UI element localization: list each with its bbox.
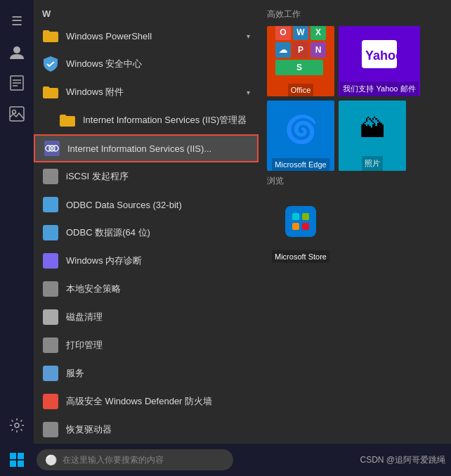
document-icon[interactable] (3, 69, 31, 97)
tile-label-office: Office (288, 84, 314, 96)
svg-rect-21 (43, 422, 58, 437)
taskbar: ⚪ 在这里输入你要搜索的内容 CSDN @追阿哥爱跳绳 (0, 444, 451, 476)
svg-rect-13 (43, 197, 58, 212)
svg-rect-28 (292, 223, 299, 230)
tile-label-yahoo-mail: 我们支持 Yahoo 邮件 (340, 82, 418, 96)
app-item-print-mgmt[interactable]: 打印管理 (34, 331, 259, 359)
tile-office[interactable]: O W X ☁ P N S Office (267, 26, 334, 96)
tiles-row: Microsoft Store (267, 193, 443, 263)
hamburger-menu-icon[interactable]: ☰ (3, 7, 31, 35)
svg-text:Yahoo!: Yahoo! (365, 49, 397, 63)
app-icon-adv-fw (42, 393, 59, 410)
app-name-iis-main: Internet Information Services (IIS)... (67, 143, 211, 154)
tile-store[interactable]: Microsoft Store (267, 193, 334, 263)
app-icon-disk-mgmt (42, 309, 59, 326)
app-item-local-security[interactable]: 本地安全策略 (34, 275, 259, 303)
svg-rect-14 (43, 225, 58, 240)
section-letter-w: W (34, 6, 259, 22)
app-name-local-security: 本地安全策略 (66, 283, 121, 295)
svg-rect-15 (43, 253, 58, 269)
taskbar-right-area: CSDN @追阿哥爱跳绳 (360, 454, 451, 466)
app-item-windows-accessories[interactable]: Windows 附件 ▾ (34, 78, 259, 106)
svg-rect-8 (44, 141, 60, 156)
app-name-windows-security: Windows 安全中心 (66, 58, 142, 70)
tile-label-photos: 照片 (362, 156, 383, 171)
app-icon-iscsi (42, 168, 59, 185)
app-item-odbc64[interactable]: ODBC 数据源(64 位) (34, 219, 259, 247)
tile-icon-area-store (285, 193, 316, 250)
app-name-print-mgmt: 打印管理 (66, 339, 103, 352)
svg-rect-20 (43, 394, 58, 409)
app-item-iscsi[interactable]: iSCSI 发起程序 (34, 162, 259, 191)
tile-edge[interactable]: 🌀 Microsoft Edge (267, 101, 334, 171)
app-name-iis-manager: Internet Information Services (IIS)管理器 (83, 114, 247, 127)
tile-icon-area-edge: 🌀 (285, 101, 318, 158)
svg-rect-33 (18, 461, 24, 467)
app-item-disk-mgmt[interactable]: 磁盘清理 (34, 303, 259, 331)
tiles-row: O W X ☁ P N S Office Yahoo! 我们支持 Yahoo 邮… (267, 26, 443, 96)
tile-yahoo-mail[interactable]: Yahoo! 我们支持 Yahoo 邮件 (339, 26, 420, 96)
tiles-section-高效工作: 高效工作 O W X ☁ P N S Office Yahoo! (267, 8, 443, 171)
settings-icon[interactable] (3, 411, 31, 439)
svg-point-6 (13, 110, 16, 114)
svg-point-7 (15, 423, 19, 427)
app-item-adv-fw[interactable]: 高级安全 Windows Defender 防火墙 (34, 387, 259, 416)
tiles-panel: 高效工作 O W X ☁ P N S Office Yahoo! (259, 0, 451, 444)
svg-point-0 (13, 46, 20, 53)
app-item-windows-security[interactable]: Windows 安全中心 (34, 50, 259, 78)
svg-rect-32 (10, 461, 16, 467)
app-name-iscsi: iSCSI 发起程序 (66, 170, 129, 183)
taskbar-search-placeholder: 在这里输入你要搜索的内容 (63, 454, 164, 466)
app-icon-services (42, 365, 59, 382)
app-item-odbc32[interactable]: ODBC Data Sources (32-bit) (34, 191, 259, 219)
app-icon-local-security (42, 281, 59, 297)
start-button[interactable] (0, 444, 34, 476)
tiles-section-label: 高效工作 (267, 8, 443, 20)
app-list-container: Windows PowerShell ▾ Windows 安全中心 Window… (34, 22, 259, 444)
app-icon-odbc32 (42, 196, 59, 213)
app-item-memory-diag[interactable]: Windows 内存诊断 (34, 247, 259, 275)
search-icon: ⚪ (45, 454, 57, 465)
app-item-services[interactable]: 服务 (34, 359, 259, 387)
app-icon-iis-main (44, 140, 60, 157)
tile-label-store: Microsoft Store (272, 250, 329, 263)
app-list-panel: W Windows PowerShell ▾ Windows 安全中心 Wind… (34, 0, 259, 444)
tiles-row: 🌀 Microsoft Edge 🏔 照片 (267, 101, 443, 171)
tile-icon-area-photos: 🏔 (360, 101, 385, 156)
svg-rect-5 (10, 107, 24, 121)
tile-photos[interactable]: 🏔 照片 (339, 101, 406, 171)
app-name-windows-powershell: Windows PowerShell (66, 31, 152, 41)
tile-label-edge: Microsoft Edge (272, 158, 329, 171)
app-icon-windows-powershell (42, 27, 59, 44)
photo-icon[interactable] (3, 100, 31, 128)
app-name-disk-mgmt: 磁盘清理 (66, 311, 103, 323)
svg-rect-17 (43, 309, 58, 325)
svg-rect-16 (43, 281, 58, 297)
user-avatar-icon[interactable] (3, 38, 31, 66)
tile-icon-area-yahoo-mail: Yahoo! (356, 26, 403, 82)
tile-icon-area-office: O W X ☁ P N S (267, 26, 334, 84)
app-name-memory-diag: Windows 内存诊断 (66, 255, 142, 267)
expand-arrow-windows-accessories: ▾ (247, 89, 250, 96)
start-menu: W Windows PowerShell ▾ Windows 安全中心 Wind… (34, 0, 451, 444)
svg-rect-26 (292, 213, 299, 220)
app-item-iis-manager[interactable]: Internet Information Services (IIS)管理器 (34, 106, 259, 134)
app-name-windows-accessories: Windows 附件 (66, 86, 124, 98)
app-item-windows-powershell[interactable]: Windows PowerShell ▾ (34, 22, 259, 50)
svg-rect-19 (43, 366, 58, 381)
app-item-recovery-drive[interactable]: 恢复驱动器 (34, 416, 259, 444)
taskbar-search-box[interactable]: ⚪ 在这里输入你要搜索的内容 (37, 449, 233, 470)
sidebar: ☰ (0, 0, 34, 476)
app-name-services: 服务 (66, 367, 84, 380)
app-item-iis-main[interactable]: Internet Information Services (IIS)... (34, 134, 259, 162)
taskbar-right-text: CSDN @追阿哥爱跳绳 (360, 454, 445, 466)
app-icon-print-mgmt (42, 337, 59, 354)
app-icon-odbc64 (42, 224, 59, 241)
app-name-odbc32: ODBC Data Sources (32-bit) (66, 200, 182, 210)
app-icon-recovery-drive (42, 421, 59, 438)
app-name-adv-fw: 高级安全 Windows Defender 防火墙 (66, 395, 212, 408)
app-icon-windows-accessories (42, 84, 59, 101)
svg-rect-29 (302, 223, 309, 230)
app-name-odbc64: ODBC 数据源(64 位) (66, 226, 150, 239)
app-icon-memory-diag (42, 252, 59, 269)
